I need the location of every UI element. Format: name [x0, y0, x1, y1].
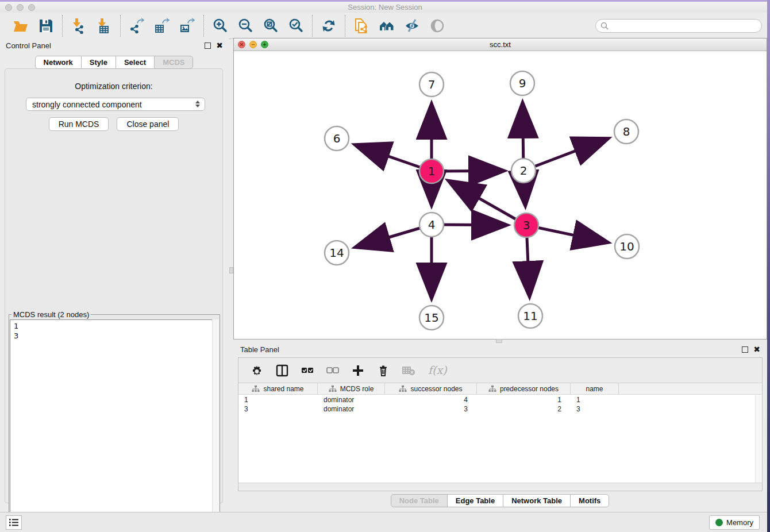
apply-layout-icon[interactable]	[321, 18, 337, 34]
table-settings-gear-icon[interactable]	[250, 364, 264, 377]
graph-edge-3-1[interactable]	[449, 182, 526, 225]
open-file-icon[interactable]	[13, 18, 29, 34]
control-tab-mcds[interactable]: MCDS	[154, 56, 193, 69]
control-tab-style[interactable]: Style	[81, 56, 116, 69]
graph-node-label: 2	[520, 164, 528, 178]
export-network-icon[interactable]	[129, 18, 145, 34]
column-header-name[interactable]: name	[571, 383, 619, 394]
graph-node-label: 14	[329, 246, 344, 260]
selected-option-label: strongly connected component	[32, 100, 142, 109]
zoom-fit-icon[interactable]	[263, 18, 279, 34]
import-network-icon[interactable]	[71, 18, 87, 34]
column-header-label: shared name	[263, 385, 303, 393]
table-tab-edge-table[interactable]: Edge Table	[447, 494, 503, 507]
mcds-result-item: 1	[14, 321, 215, 331]
vertical-splitter-handle[interactable]	[229, 267, 233, 273]
automation-panel-button[interactable]	[6, 515, 22, 530]
table-panel-tabs: Node TableEdge TableNetwork TableMotifs	[233, 494, 767, 507]
control-panel: Control Panel ✖ NetworkStyleSelectMCDS O…	[0, 38, 229, 506]
graph-node-label: 15	[424, 311, 438, 325]
add-column-icon[interactable]	[351, 364, 365, 377]
column-header-MCDS-role[interactable]: MCDS role	[318, 383, 385, 394]
table-panel-title: Table Panel	[240, 345, 279, 354]
table-panel: Table Panel ✖ f(x) shared nameMCDS roles…	[233, 342, 767, 511]
desktop-top-edge	[0, 0, 770, 2]
table-toolbar: f(x)	[238, 358, 762, 383]
network-minimize-icon[interactable]: –	[249, 41, 257, 48]
select-all-icon[interactable]	[301, 364, 314, 377]
export-table-icon[interactable]	[154, 18, 170, 34]
table-cell: 1	[571, 395, 619, 404]
optimization-criterion-label: Optimization criterion:	[5, 82, 222, 91]
column-header-shared-name[interactable]: shared name	[238, 383, 318, 394]
network-canvas[interactable]: 7968124314101511	[234, 51, 767, 339]
save-session-icon[interactable]	[38, 18, 54, 34]
graph-node-label: 10	[619, 240, 634, 253]
network-close-icon[interactable]: ✕	[238, 41, 245, 48]
sitemap-icon	[329, 385, 337, 392]
memory-label: Memory	[726, 518, 753, 527]
column-header-successor-nodes[interactable]: successor nodes	[385, 383, 477, 394]
desktop-right-edge	[767, 0, 770, 532]
close-table-panel-icon[interactable]: ✖	[753, 346, 760, 353]
zoom-out-icon[interactable]	[237, 18, 253, 34]
control-tab-network[interactable]: Network	[35, 56, 82, 69]
table-header-row: shared nameMCDS rolesuccessor nodesprede…	[238, 383, 762, 395]
table-tab-motifs[interactable]: Motifs	[570, 494, 609, 507]
table-cell: 3	[238, 404, 318, 414]
zoom-in-icon[interactable]	[212, 18, 228, 34]
graph-node-label: 9	[519, 76, 526, 90]
network-window-titlebar[interactable]: ✕ – + scc.txt	[234, 38, 767, 51]
table-row[interactable]: 3dominator323	[238, 404, 762, 414]
function-builder-icon: f(x)	[427, 364, 450, 377]
sitemap-icon	[252, 385, 260, 392]
table-cell: dominator	[318, 395, 385, 404]
column-header-predecessor-nodes[interactable]: predecessor nodes	[477, 383, 571, 394]
mcds-tab-content: Optimization criterion: strongly connect…	[5, 68, 223, 503]
app-title: Session: New Session	[0, 3, 770, 11]
network-graph[interactable]: 7968124314101511	[234, 51, 767, 339]
network-maximize-icon[interactable]: +	[261, 41, 268, 48]
select-stepper-icon	[195, 101, 200, 107]
zoom-selected-icon[interactable]	[288, 18, 304, 34]
horizontal-splitter-handle[interactable]	[496, 339, 502, 343]
delete-column-icon[interactable]	[376, 364, 390, 377]
float-panel-icon[interactable]	[205, 43, 211, 49]
hide-eye-icon[interactable]	[404, 18, 420, 34]
search-icon	[600, 22, 609, 32]
run-mcds-button[interactable]: Run MCDS	[49, 117, 109, 131]
close-panel-button[interactable]: Close panel	[117, 117, 179, 131]
table-cell: dominator	[318, 404, 385, 414]
network-view-window: ✕ – + scc.txt 7968124314101511	[233, 38, 767, 340]
float-table-panel-icon[interactable]	[742, 346, 748, 353]
clone-network-icon[interactable]	[353, 18, 369, 34]
toggle-bird-eye-icon[interactable]	[429, 18, 445, 34]
import-table-icon[interactable]	[96, 18, 112, 34]
mcds-result-list[interactable]: 13	[10, 319, 219, 529]
table-row[interactable]: 1dominator411	[238, 395, 762, 404]
close-panel-icon[interactable]: ✖	[216, 43, 223, 49]
deselect-all-icon[interactable]	[326, 364, 340, 377]
table-vertical-scrollbar[interactable]	[755, 395, 762, 483]
graph-node-label: 11	[523, 309, 537, 323]
table-horizontal-scrollbar[interactable]	[238, 483, 762, 491]
export-image-icon[interactable]	[179, 18, 195, 34]
split-panel-icon[interactable]	[275, 364, 289, 377]
memory-button[interactable]: Memory	[709, 515, 760, 530]
optimization-criterion-select[interactable]: strongly connected component	[26, 98, 205, 111]
search-input[interactable]	[595, 19, 762, 33]
table-cell: 2	[477, 404, 571, 414]
table-tab-node-table[interactable]: Node Table	[391, 494, 448, 507]
table-cell: 4	[385, 395, 477, 404]
mcds-result-item: 3	[14, 331, 215, 341]
graph-edge-2-8[interactable]	[523, 139, 607, 171]
table-panel-header: Table Panel ✖	[233, 342, 767, 357]
control-panel-title: Control Panel	[6, 41, 51, 50]
control-tab-select[interactable]: Select	[116, 56, 155, 69]
mcds-result-title: MCDS result (2 nodes)	[11, 310, 91, 319]
home-view-icon[interactable]	[379, 18, 395, 34]
graph-node-label: 8	[623, 125, 630, 138]
mcds-result-scrollbar[interactable]	[212, 319, 219, 529]
table-cell: 3	[571, 404, 619, 414]
table-tab-network-table[interactable]: Network Table	[503, 494, 571, 507]
